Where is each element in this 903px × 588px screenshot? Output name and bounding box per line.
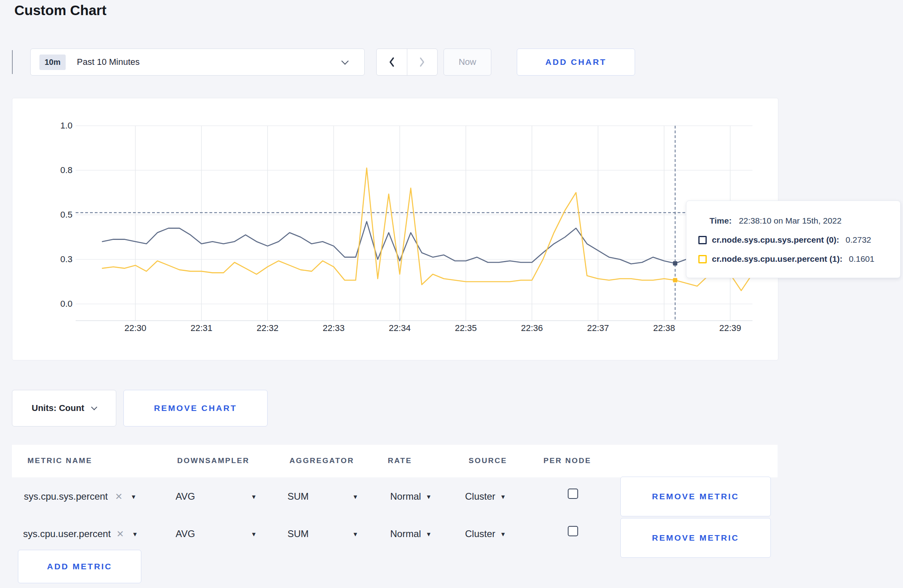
caret-down-icon[interactable]: ▼ bbox=[251, 494, 257, 500]
crosshair-dot-0 bbox=[673, 261, 677, 266]
aggregator-select[interactable]: SUM bbox=[287, 491, 309, 502]
metric-name-select[interactable]: sys.cpu.user.percent ✕ ▼ bbox=[23, 528, 138, 539]
units-dropdown[interactable]: Units: Count bbox=[12, 390, 116, 426]
per-node-checkbox[interactable] bbox=[568, 526, 578, 536]
tooltip-series-label: cr.node.sys.cpu.sys.percent (0): bbox=[712, 235, 839, 245]
aggregator-value: SUM bbox=[287, 491, 309, 502]
cpu-metrics-chart[interactable] bbox=[12, 98, 778, 360]
column-header-aggregator: AGGREGATOR bbox=[289, 456, 354, 465]
remove-metric-button[interactable]: REMOVE METRIC bbox=[620, 477, 771, 516]
units-label: Units: Count bbox=[32, 403, 84, 413]
remove-chart-label: REMOVE CHART bbox=[154, 403, 237, 413]
add-metric-label: ADD METRIC bbox=[47, 562, 112, 571]
crosshair-dot-1 bbox=[673, 278, 677, 282]
add-chart-label: ADD CHART bbox=[545, 57, 607, 67]
time-back-button[interactable] bbox=[377, 49, 407, 75]
time-forward-button[interactable] bbox=[407, 49, 438, 75]
downsampler-select[interactable]: AVG bbox=[176, 491, 195, 502]
column-header-rate: RATE bbox=[388, 456, 412, 465]
downsampler-value: AVG bbox=[176, 528, 195, 539]
chevron-down-icon bbox=[341, 57, 348, 64]
source-select[interactable]: Cluster ▼ bbox=[465, 528, 506, 539]
downsampler-value: AVG bbox=[176, 491, 195, 502]
chevron-down-icon bbox=[91, 404, 98, 410]
tooltip-time-label: Time: bbox=[710, 216, 732, 226]
tooltip-time-row: Time: 22:38:10 on Mar 15th, 2022 bbox=[710, 216, 842, 226]
clear-metric-icon[interactable]: ✕ bbox=[115, 491, 123, 502]
now-button-label: Now bbox=[459, 57, 476, 67]
downsampler-select[interactable]: AVG bbox=[176, 528, 195, 539]
metric-name-select[interactable]: sys.cpu.sys.percent ✕ ▼ bbox=[24, 491, 137, 502]
metric-name-value: sys.cpu.user.percent bbox=[23, 528, 111, 539]
caret-down-icon: ▼ bbox=[426, 531, 432, 537]
tooltip-series-value: 0.1601 bbox=[849, 254, 874, 264]
source-select[interactable]: Cluster ▼ bbox=[465, 491, 506, 502]
column-header-source: SOURCE bbox=[469, 456, 507, 465]
tooltip-series-row: cr.node.sys.cpu.user.percent (1): 0.1601 bbox=[698, 254, 874, 264]
sys-series-swatch-icon bbox=[698, 236, 707, 244]
column-header-metric-name: METRIC NAME bbox=[27, 456, 92, 465]
series-line-1 bbox=[102, 168, 752, 290]
rate-select[interactable]: Normal ▼ bbox=[390, 491, 432, 502]
chart-hover-tooltip: Time: 22:38:10 on Mar 15th, 2022 cr.node… bbox=[686, 201, 901, 278]
caret-down-icon: ▼ bbox=[500, 531, 506, 537]
remove-metric-label: REMOVE METRIC bbox=[652, 492, 739, 501]
caret-down-icon: ▼ bbox=[131, 494, 137, 500]
metric-name-value: sys.cpu.sys.percent bbox=[24, 491, 108, 502]
column-header-per-node: PER NODE bbox=[543, 456, 591, 465]
chevron-left-icon bbox=[387, 56, 396, 68]
remove-chart-button[interactable]: REMOVE CHART bbox=[123, 390, 268, 426]
rate-value: Normal bbox=[390, 528, 421, 539]
tooltip-time-value: 22:38:10 on Mar 15th, 2022 bbox=[739, 216, 842, 226]
caret-down-icon: ▼ bbox=[132, 531, 138, 537]
column-header-downsampler: DOWNSAMPLER bbox=[177, 456, 250, 465]
rate-select[interactable]: Normal ▼ bbox=[390, 528, 432, 539]
page-title: Custom Chart bbox=[14, 2, 106, 18]
time-pager bbox=[376, 49, 438, 76]
user-series-swatch-icon bbox=[698, 255, 707, 263]
caret-down-icon[interactable]: ▼ bbox=[251, 531, 257, 537]
caret-down-icon[interactable]: ▼ bbox=[352, 531, 358, 537]
clear-metric-icon[interactable]: ✕ bbox=[116, 529, 124, 539]
tooltip-series-value: 0.2732 bbox=[846, 235, 871, 245]
series-line-0 bbox=[102, 222, 752, 264]
time-range-badge: 10m bbox=[39, 55, 66, 70]
custom-chart-page: { "page": { "title": "Custom Chart" }, "… bbox=[0, 0, 903, 588]
caret-down-icon: ▼ bbox=[426, 494, 432, 500]
time-range-label: Past 10 Minutes bbox=[77, 57, 140, 67]
add-metric-button[interactable]: ADD METRIC bbox=[18, 550, 141, 583]
tooltip-series-label: cr.node.sys.cpu.user.percent (1): bbox=[712, 254, 842, 264]
metrics-table-header: METRIC NAME DOWNSAMPLER AGGREGATOR RATE … bbox=[12, 445, 778, 477]
now-button[interactable]: Now bbox=[444, 49, 491, 76]
add-chart-button[interactable]: ADD CHART bbox=[517, 49, 635, 76]
time-range-dropdown[interactable]: 10m Past 10 Minutes bbox=[30, 49, 365, 76]
chart-plot-area bbox=[12, 98, 778, 360]
caret-down-icon[interactable]: ▼ bbox=[352, 494, 358, 500]
toolbar-divider bbox=[12, 50, 13, 74]
aggregator-value: SUM bbox=[287, 528, 309, 539]
chevron-right-icon bbox=[418, 56, 426, 68]
remove-metric-button[interactable]: REMOVE METRIC bbox=[620, 518, 771, 558]
per-node-checkbox[interactable] bbox=[568, 489, 578, 499]
remove-metric-label: REMOVE METRIC bbox=[652, 533, 739, 543]
aggregator-select[interactable]: SUM bbox=[287, 528, 309, 539]
caret-down-icon: ▼ bbox=[500, 494, 506, 500]
source-value: Cluster bbox=[465, 528, 495, 539]
rate-value: Normal bbox=[390, 491, 421, 502]
tooltip-series-row: cr.node.sys.cpu.sys.percent (0): 0.2732 bbox=[698, 235, 871, 245]
source-value: Cluster bbox=[465, 491, 495, 502]
